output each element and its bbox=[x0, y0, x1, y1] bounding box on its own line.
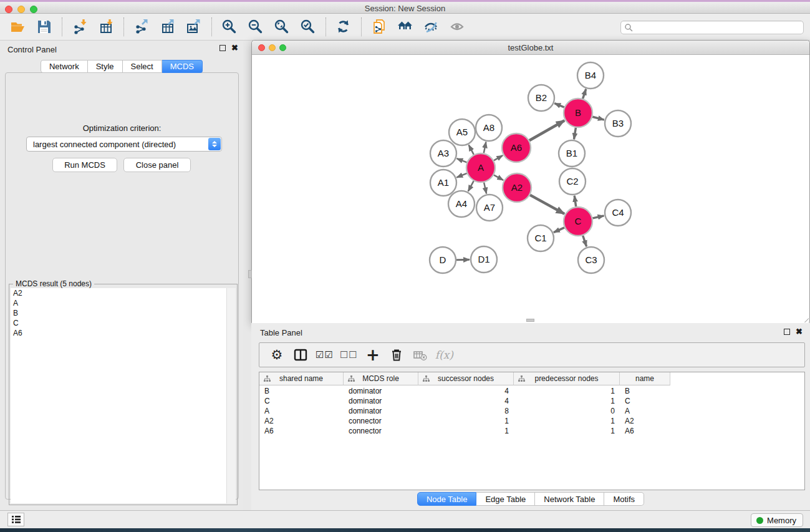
table-row[interactable]: A6connector11A6 bbox=[259, 426, 670, 436]
graph-node-A4[interactable]: A4 bbox=[448, 191, 475, 217]
graph-edge-C-C2[interactable] bbox=[574, 196, 576, 206]
network-graph[interactable]: B4B2BB3B1A5A8A6A3AA1A4A7A2C2CC4C1C3DD1 bbox=[252, 55, 809, 323]
tab-select[interactable]: Select bbox=[123, 60, 162, 73]
graph-node-B2[interactable]: B2 bbox=[528, 85, 554, 111]
graph-node-C[interactable]: C bbox=[564, 207, 592, 236]
show-icon[interactable] bbox=[445, 16, 471, 37]
export-network-icon[interactable] bbox=[128, 16, 155, 37]
function-builder-button[interactable]: f(x) bbox=[435, 346, 453, 364]
column-header-successor-nodes[interactable]: successor nodes bbox=[418, 372, 514, 385]
table-close-panel-icon[interactable]: ✖ bbox=[796, 329, 803, 335]
tab-motifs[interactable]: Motifs bbox=[604, 492, 644, 506]
graph-edge-A-A7[interactable] bbox=[484, 182, 486, 193]
graph-node-A2[interactable]: A2 bbox=[503, 173, 531, 202]
graph-edge-C-C1[interactable] bbox=[554, 228, 564, 233]
graph-edge-A-A2[interactable] bbox=[494, 175, 503, 180]
memory-button[interactable]: Memory bbox=[751, 513, 803, 527]
float-panel-icon[interactable] bbox=[219, 45, 226, 51]
graph-node-D1[interactable]: D1 bbox=[471, 246, 497, 273]
mcds-result-item[interactable]: A6 bbox=[11, 328, 228, 338]
show-panels-button[interactable] bbox=[7, 513, 24, 526]
graph-edge-A-A3[interactable] bbox=[457, 158, 467, 162]
refresh-icon[interactable] bbox=[330, 16, 357, 37]
graph-node-B4[interactable]: B4 bbox=[577, 62, 604, 89]
criterion-dropdown[interactable]: largest connected component (directed) bbox=[26, 137, 222, 152]
tab-style[interactable]: Style bbox=[88, 60, 123, 73]
column-header-MCDS-role[interactable]: MCDS role bbox=[344, 372, 418, 385]
select-all-icon[interactable]: ☑☑ bbox=[316, 346, 334, 364]
graph-node-A1[interactable]: A1 bbox=[430, 170, 456, 196]
canvas-bottom-scroll-thumb[interactable] bbox=[526, 319, 534, 322]
graph-node-D[interactable]: D bbox=[430, 247, 456, 273]
columns-icon[interactable] bbox=[292, 346, 309, 364]
graph-edge-A-A6[interactable] bbox=[494, 155, 503, 160]
graph-edge-A-A5[interactable] bbox=[469, 145, 474, 154]
tab-network[interactable]: Network bbox=[41, 60, 88, 73]
export-table-icon[interactable] bbox=[155, 16, 181, 37]
column-header-name[interactable]: name bbox=[620, 372, 670, 385]
table-row[interactable]: A2connector11A2 bbox=[259, 416, 670, 426]
close-panel-icon[interactable]: ✖ bbox=[231, 45, 238, 51]
graph-node-A6[interactable]: A6 bbox=[502, 133, 531, 162]
graph-edge-A2-C[interactable] bbox=[530, 195, 564, 214]
table-float-panel-icon[interactable] bbox=[784, 329, 790, 335]
zoom-out-icon[interactable] bbox=[243, 16, 269, 37]
open-folder-icon[interactable] bbox=[5, 16, 31, 37]
mcds-result-scrollbar[interactable] bbox=[226, 288, 236, 503]
graph-node-A7[interactable]: A7 bbox=[476, 195, 503, 221]
graph-edge-B-B2[interactable] bbox=[554, 104, 564, 107]
gear-icon[interactable]: ⚙ bbox=[268, 346, 286, 364]
tab-mcds[interactable]: MCDS bbox=[162, 60, 203, 73]
mcds-result-item[interactable]: C bbox=[11, 318, 228, 328]
canvas-left-scroll-thumb[interactable] bbox=[248, 270, 252, 278]
graph-node-C2[interactable]: C2 bbox=[559, 168, 586, 195]
tab-edge-table[interactable]: Edge Table bbox=[476, 492, 535, 506]
graph-node-B3[interactable]: B3 bbox=[605, 110, 631, 137]
table-row[interactable]: Cdominator41C bbox=[259, 396, 670, 406]
graph-node-C3[interactable]: C3 bbox=[578, 247, 604, 273]
network-canvas[interactable]: B4B2BB3B1A5A8A6A3AA1A4A7A2C2CC4C1C3DD1 bbox=[252, 55, 809, 323]
import-network-icon[interactable] bbox=[67, 16, 93, 37]
zoom-selected-icon[interactable] bbox=[295, 16, 321, 37]
mcds-result-item[interactable]: A bbox=[11, 298, 228, 308]
graph-node-B[interactable]: B bbox=[564, 99, 592, 127]
graph-node-A[interactable]: A bbox=[466, 153, 495, 182]
graph-node-A3[interactable]: A3 bbox=[430, 140, 456, 167]
home-icon[interactable] bbox=[392, 16, 418, 37]
table-row[interactable]: Adominator80A bbox=[259, 406, 670, 416]
tab-network-table[interactable]: Network Table bbox=[535, 492, 604, 506]
deselect-all-icon[interactable]: ☐☐ bbox=[340, 346, 358, 364]
column-header-shared-name[interactable]: shared name bbox=[259, 372, 344, 385]
table-row[interactable]: Bdominator41B bbox=[259, 386, 670, 396]
zoom-fit-icon[interactable] bbox=[269, 16, 295, 37]
add-icon[interactable]: + bbox=[364, 346, 382, 364]
run-mcds-button[interactable]: Run MCDS bbox=[52, 158, 117, 172]
column-header-predecessor-nodes[interactable]: predecessor nodes bbox=[514, 372, 620, 385]
search-field[interactable] bbox=[620, 21, 804, 34]
tab-node-table[interactable]: Node Table bbox=[417, 492, 477, 506]
graph-edge-A-A8[interactable] bbox=[484, 142, 486, 153]
zoom-in-icon[interactable] bbox=[216, 16, 243, 37]
graph-edge-B-B4[interactable] bbox=[583, 89, 586, 99]
open-session-icon[interactable] bbox=[366, 16, 392, 37]
graph-edge-C-C3[interactable] bbox=[583, 236, 587, 247]
graph-edge-A6-B[interactable] bbox=[529, 120, 564, 140]
export-image-icon[interactable] bbox=[181, 16, 207, 37]
graph-edge-C-C4[interactable] bbox=[592, 216, 604, 218]
search-input[interactable] bbox=[635, 22, 799, 33]
graph-edge-A-A1[interactable] bbox=[456, 173, 466, 178]
import-table-disabled-icon[interactable] bbox=[412, 346, 429, 364]
graph-node-C1[interactable]: C1 bbox=[528, 225, 554, 251]
save-icon[interactable] bbox=[31, 16, 57, 37]
graph-node-C4[interactable]: C4 bbox=[605, 200, 631, 226]
resize-grip-icon[interactable] bbox=[800, 314, 809, 322]
mcds-result-item[interactable]: A2 bbox=[11, 288, 228, 298]
graph-node-B1[interactable]: B1 bbox=[559, 140, 585, 167]
graph-edge-B-B1[interactable] bbox=[574, 128, 576, 140]
graph-edge-B-B3[interactable] bbox=[592, 117, 604, 120]
close-panel-button[interactable]: Close panel bbox=[123, 158, 191, 172]
mcds-result-item[interactable]: B bbox=[11, 308, 228, 318]
graph-edge-A-A4[interactable] bbox=[468, 181, 474, 191]
graph-node-A8[interactable]: A8 bbox=[476, 115, 502, 141]
import-table-icon[interactable] bbox=[93, 16, 119, 37]
